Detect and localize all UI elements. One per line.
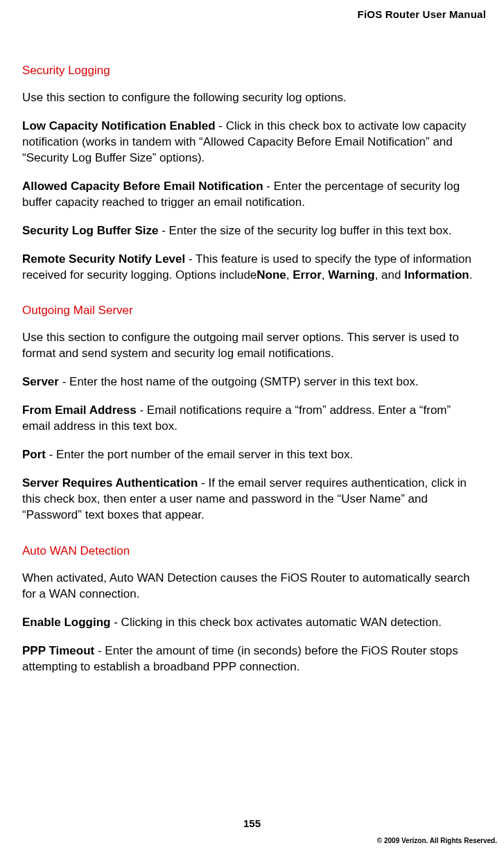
outgoing-mail-intro: Use this section to configure the outgoi… [22, 330, 482, 362]
opt-information: Information [404, 268, 469, 281]
desc-enable-logging: - Clicking in this check box activates a… [111, 616, 442, 629]
label-port: Port [22, 448, 46, 461]
opt-error: Error [293, 268, 322, 281]
section-heading-security-logging: Security Logging [22, 64, 482, 78]
item-ppp-timeout: PPP Timeout - Enter the amount of time (… [22, 643, 482, 675]
label-allowed-capacity: Allowed Capacity Before Email Notificati… [22, 180, 263, 193]
label-notify-level: Remote Security Notify Level [22, 252, 185, 266]
item-enable-logging: Enable Logging - Clicking in this check … [22, 615, 482, 631]
item-port: Port - Enter the port number of the emai… [22, 447, 482, 463]
sep2: , [322, 268, 328, 281]
auto-wan-intro: When activated, Auto WAN Detection cause… [22, 571, 482, 602]
page-content: Security Logging Use this section to con… [22, 64, 482, 688]
manual-title: FiOS Router User Manual [358, 8, 486, 20]
label-ppp-timeout: PPP Timeout [22, 644, 94, 657]
label-buffer-size: Security Log Buffer Size [22, 224, 158, 237]
opt-warning: Warning [328, 268, 374, 281]
item-auth: Server Requires Authentication - If the … [22, 476, 482, 523]
opt-none: None [257, 268, 286, 281]
item-notify-level: Remote Security Notify Level - This feat… [22, 252, 482, 284]
section-heading-auto-wan: Auto WAN Detection [22, 544, 482, 558]
label-low-capacity: Low Capacity Notification Enabled [22, 119, 216, 132]
desc-notify-level-post: . [469, 268, 473, 281]
label-auth: Server Requires Authentication [22, 476, 198, 489]
page-number: 155 [0, 817, 504, 829]
section-heading-outgoing-mail: Outgoing Mail Server [22, 304, 482, 318]
item-low-capacity: Low Capacity Notification Enabled - Clic… [22, 119, 482, 166]
item-buffer-size: Security Log Buffer Size - Enter the siz… [22, 223, 482, 239]
desc-server: - Enter the host name of the outgoing (S… [59, 375, 419, 388]
desc-port: - Enter the port number of the email ser… [46, 448, 353, 461]
label-server: Server [22, 375, 59, 388]
desc-buffer-size: - Enter the size of the security log buf… [158, 224, 451, 237]
item-from-email: From Email Address - Email notifications… [22, 403, 482, 435]
item-allowed-capacity: Allowed Capacity Before Email Notificati… [22, 179, 482, 211]
copyright: © 2009 Verizon. All Rights Reserved. [377, 837, 497, 844]
sep1: , [286, 268, 293, 281]
security-logging-intro: Use this section to configure the follow… [22, 90, 482, 106]
label-from-email: From Email Address [22, 404, 137, 417]
label-enable-logging: Enable Logging [22, 616, 111, 629]
item-server: Server - Enter the host name of the outg… [22, 374, 482, 390]
sep3: , and [375, 268, 405, 281]
